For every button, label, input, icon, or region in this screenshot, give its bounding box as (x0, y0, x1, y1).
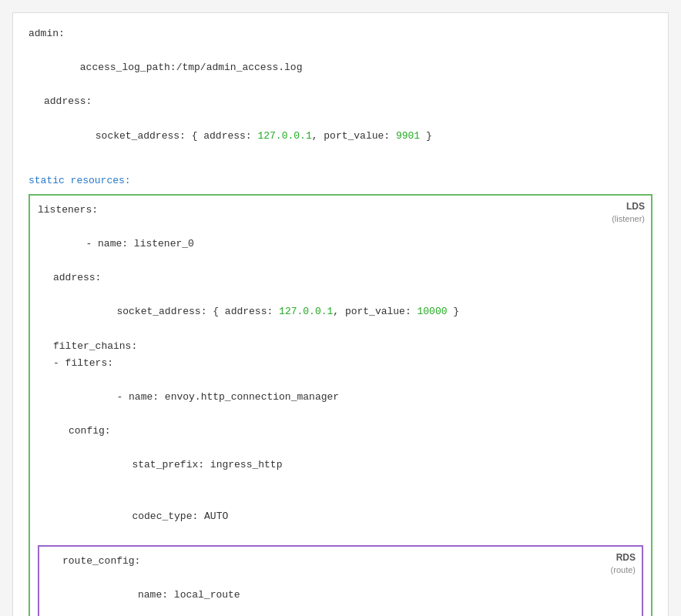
route-config-label: route_config: (47, 553, 634, 570)
listener-address-label: address: (38, 270, 643, 286)
admin-section: admin: access_log_path:/tmp/admin_access… (29, 25, 652, 162)
codec-type-line: codec_type: AUTO (38, 490, 643, 541)
rds-box: RDS (route) route_config: name: local_ro… (38, 545, 643, 616)
filter-name-line: - name: envoy.http_connection_manager (38, 372, 643, 423)
stat-prefix-line: stat_prefix: ingress_http (38, 440, 643, 490)
listener-name: - name: listener_0 (38, 219, 643, 270)
address-label: address: (29, 93, 652, 110)
static-resources-label: static resources: (29, 172, 652, 189)
access-log-path-line: access_log_path:/tmp/admin_access.log (29, 42, 652, 93)
socket-key: socket_address: (96, 130, 186, 142)
rds-label: RDS (route) (611, 551, 636, 576)
admin-label: admin: (29, 25, 652, 42)
config-label: config: (38, 423, 643, 440)
static-resources-section: static resources: LDS (listener) listene… (29, 172, 652, 616)
filters-label: - filters: (38, 355, 643, 372)
access-log-key: access_log_path: (80, 62, 176, 73)
lds-box: LDS (listener) listeners: - name: listen… (29, 194, 652, 616)
filter-chains-label: filter_chains: (38, 338, 643, 355)
lds-label: LDS (listener) (612, 200, 645, 225)
socket-address-admin: socket_address: { address: 127.0.0.1, po… (29, 110, 652, 161)
listener-socket-address: socket_address: { address: 127.0.0.1, po… (38, 286, 643, 337)
config-container: admin: access_log_path:/tmp/admin_access… (12, 12, 669, 616)
listeners-label: listeners: (38, 202, 643, 219)
route-name-line: name: local_route (47, 570, 634, 616)
access-log-value: /tmp/admin_access.log (176, 62, 303, 73)
